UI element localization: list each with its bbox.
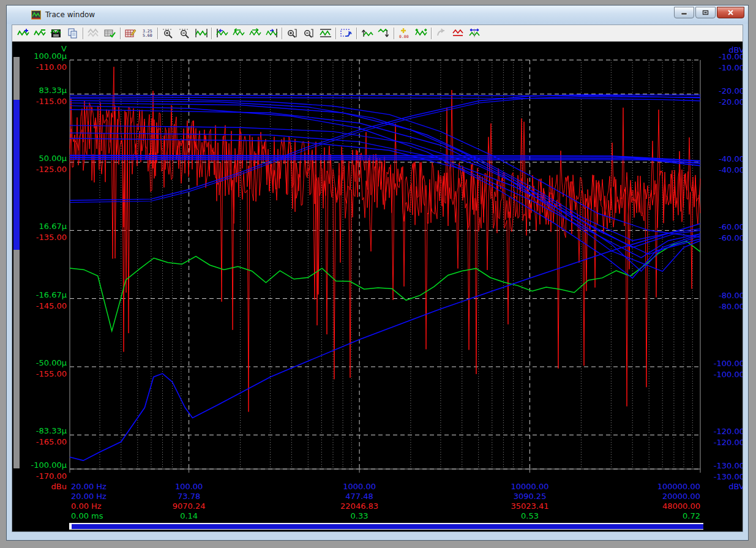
left-level-indicator[interactable] — [13, 57, 20, 468]
wave-arrow-last-icon — [265, 28, 279, 39]
minimize-button[interactable] — [674, 7, 694, 18]
table-check-icon — [103, 28, 117, 39]
table-pencil-icon — [124, 28, 138, 39]
toolbar-separator — [282, 28, 282, 39]
wave-arrow-right-icon — [249, 28, 262, 39]
right-axis-dbv-label-upper: -100.00 — [12, 359, 743, 368]
bottom-scrollbar[interactable] — [69, 523, 703, 530]
toolbar-separator — [394, 28, 394, 39]
toolbar-separator — [335, 28, 336, 39]
wave-arrows-lr-icon — [468, 28, 482, 39]
titlebar[interactable]: Trace window — [7, 6, 748, 24]
right-axis-dbv-label-upper: -10.00 — [12, 53, 743, 61]
wave-fit-icon — [195, 28, 208, 39]
wave-align-icon — [414, 28, 428, 39]
pan-right-button[interactable] — [247, 26, 263, 41]
right-axis-dbv-label-upper: -120.00 — [12, 427, 743, 436]
right-axis-dbv-label-lower: -40.00 — [12, 166, 743, 175]
maximize-button[interactable] — [695, 7, 716, 18]
right-axis-dbv-label-upper: -60.00 — [12, 223, 743, 231]
fit-trace-button[interactable] — [193, 26, 209, 41]
right-axis-dbv-label-lower: -20.00 — [12, 98, 743, 107]
right-axis-dbv-label-lower: -130.00 — [12, 473, 743, 481]
wave-arrow-first-icon — [215, 28, 229, 39]
right-axis-dbv-label-upper: -20.00 — [12, 87, 743, 96]
trace-options-button[interactable] — [102, 26, 118, 41]
right-axis-dbv-label-upper: -130.00 — [12, 462, 743, 470]
right-axis-dbv-label-lower: -60.00 — [12, 234, 743, 242]
right-axis-dbv-label-lower: -120.00 — [12, 438, 743, 447]
wave-minus-icon — [33, 28, 47, 39]
subtract-trace-button[interactable] — [31, 26, 48, 41]
right-axis-dbv-label-upper: -40.00 — [12, 155, 743, 163]
trace-plot[interactable] — [12, 42, 743, 532]
pan-left-button[interactable] — [230, 26, 247, 41]
wave-arrow-left-icon — [232, 28, 245, 39]
x-axis-time-ms-last: 0.72 — [12, 512, 700, 520]
svg-text:5.60: 5.60 — [143, 33, 152, 38]
magnifier-minus-icon — [178, 28, 192, 39]
zoom-selection-button[interactable] — [338, 26, 354, 41]
plot-client-area: V100.00µ83.33µ50.00µ16.67µ-16.67µ-50.00µ… — [12, 42, 743, 532]
toolbar-separator — [120, 28, 121, 39]
save-wave-icon — [50, 28, 63, 39]
magnifier-bracket-minus-icon — [302, 28, 316, 39]
close-button[interactable] — [717, 7, 744, 18]
window-title: Trace window — [45, 10, 95, 19]
copy-icon — [66, 28, 80, 39]
zoom-in-button[interactable] — [160, 26, 176, 41]
toolbar-separator — [211, 28, 212, 39]
arrow-gray-icon — [435, 28, 449, 39]
plus-zero-icon: 0.00 — [398, 28, 411, 39]
trace-window: Trace window 3.255.600.00 V100.00µ83.33µ… — [6, 5, 749, 541]
edit-trace-table-button[interactable] — [122, 26, 139, 41]
toolbar: 3.255.600.00 — [12, 24, 743, 42]
copy-trace-button[interactable] — [64, 26, 81, 41]
wave-arrow-up-icon — [361, 28, 374, 39]
set-zero-marker-button[interactable]: 0.00 — [396, 26, 413, 41]
svg-text:0.00: 0.00 — [399, 34, 409, 39]
numbers-icon: 3.255.60 — [141, 28, 154, 39]
toolbar-separator — [157, 28, 158, 39]
add-trace-button[interactable] — [15, 26, 31, 41]
waves-gray-icon — [87, 28, 100, 39]
toolbar-separator — [83, 28, 83, 39]
caption-buttons — [674, 7, 744, 18]
fit-vertical-button[interactable] — [317, 26, 334, 41]
shift-trace-up-button[interactable] — [359, 26, 375, 41]
pan-last-button[interactable] — [263, 26, 280, 41]
pan-first-button[interactable] — [214, 26, 230, 41]
left-level-indicator-thumb[interactable] — [13, 100, 20, 250]
right-axis-dbv-label-lower: -100.00 — [12, 370, 743, 379]
magnifier-plus-icon — [162, 28, 175, 39]
align-traces-button[interactable] — [413, 26, 429, 41]
toolbar-separator — [356, 28, 357, 39]
desktop-background: Trace window 3.255.600.00 V100.00µ83.33µ… — [0, 0, 756, 548]
right-axis-dbv-label-lower: -80.00 — [12, 302, 743, 311]
x-axis-freq-fft-hz-last: 48000.00 — [12, 502, 700, 511]
zoom-out-button[interactable] — [176, 26, 193, 41]
overlay-traces-button — [85, 26, 102, 41]
zoom-x-in-button[interactable] — [284, 26, 301, 41]
magnifier-bracket-plus-icon — [286, 28, 299, 39]
time-shift-button[interactable] — [466, 26, 483, 41]
zoom-x-out-button[interactable] — [301, 26, 317, 41]
zoom-rect-arrow-icon — [340, 28, 353, 39]
toolbar-separator — [431, 28, 432, 39]
x-axis-freq-hz-last: 20000.00 — [12, 492, 700, 501]
show-values-button[interactable]: 3.255.60 — [139, 26, 155, 41]
wave-arrow-down-icon — [377, 28, 391, 39]
app-icon — [31, 10, 41, 20]
x-axis-freq-log-hz-last: 100000.00 — [12, 482, 700, 491]
reference-trace-button[interactable] — [450, 26, 466, 41]
right-axis-dbv-label-upper: -80.00 — [12, 291, 743, 300]
wave-plus-icon — [17, 28, 30, 39]
wave-red-line-icon — [452, 28, 465, 39]
save-trace-button[interactable] — [48, 26, 64, 41]
bottom-scrollbar-fill[interactable] — [72, 524, 703, 529]
right-axis-dbv-label-lower: -10.00 — [12, 64, 743, 72]
wave-between-lines-icon — [319, 28, 332, 39]
rotate-trace-button — [433, 26, 450, 41]
shift-trace-down-button[interactable] — [375, 26, 392, 41]
